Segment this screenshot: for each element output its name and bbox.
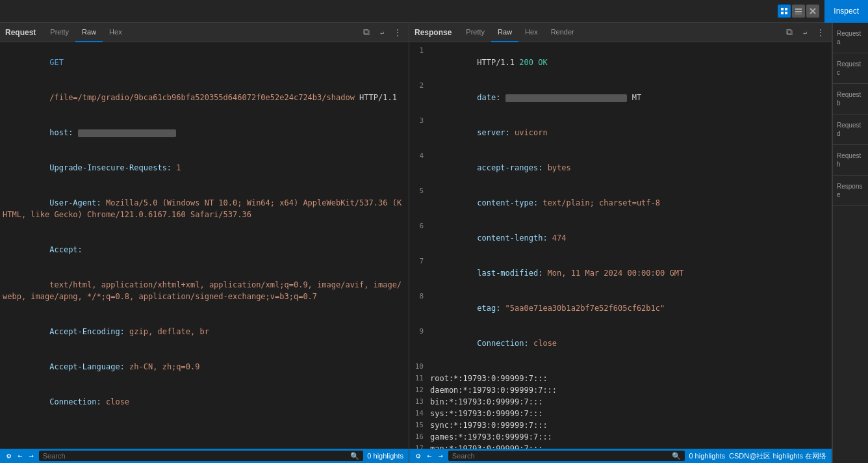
table-row: 2 date: MT <box>409 80 832 115</box>
table-row: 1 HTTP/1.1 200 OK <box>409 45 832 80</box>
response-header: Response Pretty Raw Hex Render ⧉ ↵ ⋮ <box>409 23 832 42</box>
response-panel: Response Pretty Raw Hex Render ⧉ ↵ ⋮ 1 H… <box>409 23 832 463</box>
tab-request-raw[interactable]: Raw <box>75 23 103 42</box>
response-tabs: Pretty Raw Hex Render <box>459 23 580 42</box>
sidebar-item-request-a[interactable]: Request a <box>833 23 868 53</box>
response-more-icon[interactable]: ⋮ <box>815 27 826 38</box>
table-row: Connection: close <box>0 384 409 419</box>
response-highlights-badge: 0 highlights <box>689 452 725 460</box>
more-icon[interactable]: ⋮ <box>392 27 403 38</box>
response-settings-icon[interactable]: ⚙ <box>415 451 422 460</box>
table-row: 7 last-modified: Mon, 11 Mar 2024 00:00:… <box>409 256 832 291</box>
response-header-icons: ⧉ ↵ ⋮ <box>784 27 826 38</box>
response-search-input[interactable] <box>452 452 672 460</box>
table-row: 8 etag: "5aa0e71ea30b1a2bf7e52f605cf62b1… <box>409 291 832 326</box>
sidebar-item-request-d[interactable]: Request d <box>833 114 868 145</box>
request-tabs: Pretty Raw Hex <box>44 23 128 42</box>
response-forward-icon[interactable]: → <box>437 451 444 460</box>
response-search-wrap: 🔍 <box>448 451 685 461</box>
table-row: 14 sys:*:19793:0:99999:7::: <box>409 408 832 419</box>
table-row: 3 server: uvicorn <box>409 115 832 150</box>
table-row: 13 bin:*:19793:0:99999:7::: <box>409 396 832 408</box>
table-row: 5 content-type: text/plain; charset=utf-… <box>409 185 832 220</box>
response-body: 1 HTTP/1.1 200 OK 2 date: MT 3 server: u <box>409 42 832 449</box>
table-row: 9 Connection: close <box>409 326 832 361</box>
table-row: User-Agent: Mozilla/5.0 (Windows NT 10.0… <box>0 185 409 232</box>
table-row: 4 accept-ranges: bytes <box>409 150 832 185</box>
table-row: /file=/tmp/gradio/9bca61cb96bfa520355d64… <box>0 80 409 115</box>
request-search-input[interactable] <box>43 452 351 460</box>
top-bar: Inspect <box>0 0 868 23</box>
response-bottom-toolbar: ⚙ ← → 🔍 0 highlights CSDN@社区 highlights … <box>409 449 832 463</box>
request-title: Request <box>5 28 44 37</box>
table-row: 11 root:*:19793:0:99999:7::: <box>409 373 832 384</box>
table-row: 17 man:*:19793:0:99999:7::: <box>409 443 832 449</box>
tab-response-raw[interactable]: Raw <box>491 23 518 42</box>
table-row: 15 sync:*:19793:0:99999:7::: <box>409 419 832 431</box>
back-icon[interactable]: ← <box>16 451 23 460</box>
response-search-icon: 🔍 <box>672 452 681 460</box>
table-row: Accept: <box>0 232 409 267</box>
request-search-wrap: 🔍 <box>39 451 364 461</box>
inspect-label[interactable]: Inspect <box>824 0 868 23</box>
response-wrap-icon[interactable]: ↵ <box>799 27 811 38</box>
svg-rect-3 <box>785 12 787 14</box>
table-row <box>0 419 409 431</box>
table-row: 16 games:*:19793:0:99999:7::: <box>409 431 832 443</box>
table-row: GET <box>0 45 409 80</box>
sidebar-item-request-h[interactable]: Request h <box>833 145 868 176</box>
forward-icon[interactable]: → <box>27 451 34 460</box>
request-header: Request Pretty Raw Hex ⧉ ↵ ⋮ <box>0 23 409 42</box>
response-title: Response <box>415 28 459 37</box>
request-body: GET /file=/tmp/gradio/9bca61cb96bfa52035… <box>0 42 409 449</box>
search-icon: 🔍 <box>350 452 359 460</box>
request-highlights-badge: 0 highlights <box>367 452 403 460</box>
tab-response-pretty[interactable]: Pretty <box>459 23 491 42</box>
tab-request-pretty[interactable]: Pretty <box>44 23 75 42</box>
table-row: 12 daemon:*:19793:0:99999:7::: <box>409 384 832 396</box>
response-back-icon[interactable]: ← <box>426 451 433 460</box>
wrap-icon[interactable]: ↵ <box>376 27 388 38</box>
svg-rect-1 <box>785 8 787 10</box>
close-view-icon[interactable] <box>806 5 819 18</box>
request-panel: Request Pretty Raw Hex ⧉ ↵ ⋮ GET <box>0 23 409 463</box>
table-row: Upgrade-Insecure-Requests: 1 <box>0 150 409 185</box>
table-row: Accept-Language: zh-CN, zh;q=0.9 <box>0 349 409 384</box>
tab-request-hex[interactable]: Hex <box>103 23 129 42</box>
svg-rect-2 <box>781 12 784 14</box>
table-row: Accept-Encoding: gzip, deflate, br <box>0 314 409 349</box>
table-row: host: <box>0 115 409 150</box>
table-row: 6 content-length: 474 <box>409 220 832 256</box>
list-view-icon[interactable] <box>792 5 805 18</box>
request-bottom-toolbar: ⚙ ← → 🔍 0 highlights <box>0 449 409 463</box>
view-toggle-icons <box>772 5 824 18</box>
sidebar-item-response[interactable]: Response <box>833 176 868 206</box>
table-row: 10 <box>409 361 832 373</box>
copy-icon[interactable]: ⧉ <box>361 27 372 38</box>
tab-response-hex[interactable]: Hex <box>518 23 544 42</box>
sidebar-item-request-c[interactable]: Request c <box>833 53 868 84</box>
response-copy-icon[interactable]: ⧉ <box>784 27 795 38</box>
svg-rect-0 <box>781 8 784 10</box>
settings-icon[interactable]: ⚙ <box>5 451 12 460</box>
request-header-icons: ⧉ ↵ ⋮ <box>361 27 403 38</box>
table-row: text/html, application/xhtml+xml, applic… <box>0 267 409 314</box>
main-content: Request Pretty Raw Hex ⧉ ↵ ⋮ GET <box>0 23 868 463</box>
svg-rect-5 <box>795 11 802 12</box>
tab-response-render[interactable]: Render <box>544 23 581 42</box>
brand-text: CSDN@社区 highlights 在网络 <box>729 451 826 461</box>
inspect-sidebar: Request a Request c Request b Request d … <box>832 23 868 463</box>
svg-rect-4 <box>795 8 802 10</box>
sidebar-item-request-b[interactable]: Request b <box>833 84 868 114</box>
svg-rect-6 <box>795 14 802 14</box>
grid-view-icon[interactable] <box>778 5 791 18</box>
